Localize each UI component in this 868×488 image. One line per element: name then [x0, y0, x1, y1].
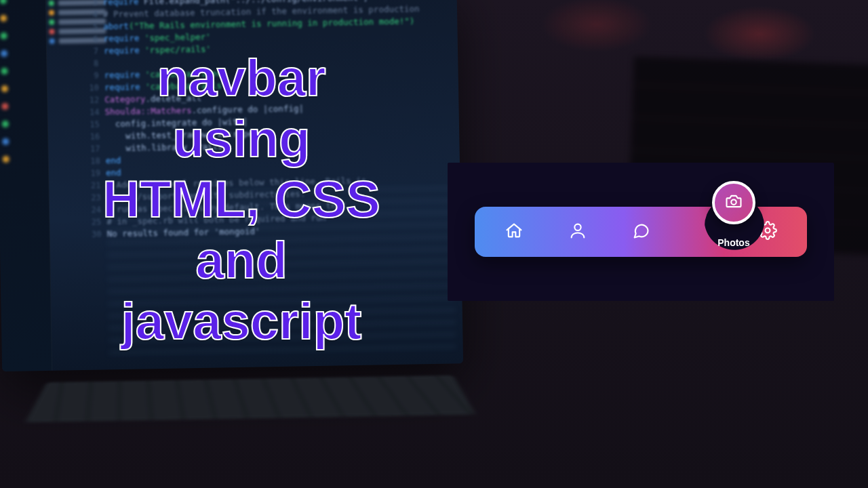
dot-green [0, 0, 7, 4]
dot-blue [1, 50, 7, 57]
home-icon [505, 221, 524, 243]
editor-sidebar [0, 0, 52, 371]
nav-item-home[interactable] [494, 221, 534, 243]
dot-green [2, 121, 9, 127]
nav-item-profile[interactable] [557, 221, 598, 243]
nav-item-photos-label: Photos [717, 237, 749, 248]
dot-green [0, 33, 7, 39]
dot-blue [2, 138, 9, 145]
headline-line-3: HTML, CSS [52, 169, 431, 230]
dot-orange [0, 15, 7, 22]
chat-icon [631, 221, 650, 243]
svg-point-0 [574, 224, 580, 230]
headline-text: navbar using HTML, CSS and javascript [52, 47, 431, 351]
headline-line-1: navbar [52, 47, 431, 108]
headline-line-4: and [52, 230, 431, 291]
user-icon [568, 221, 587, 243]
svg-point-2 [731, 199, 736, 204]
dot-orange [1, 85, 8, 92]
laptop-keyboard [25, 375, 475, 422]
dot-orange [3, 156, 9, 163]
nav-item-photos[interactable] [712, 181, 755, 224]
dot-green [1, 68, 7, 75]
navbar: Photos [475, 207, 807, 257]
headline-line-5: javascript [52, 291, 431, 352]
headline-line-2: using [52, 108, 431, 169]
navbar-demo-card: Photos [448, 163, 834, 301]
dot-red [1, 103, 8, 110]
nav-item-photos-label-slot: Photos [705, 237, 762, 249]
svg-point-1 [766, 228, 770, 233]
sidebar-dots [0, 0, 9, 163]
nav-item-chat[interactable] [620, 221, 661, 243]
camera-icon [724, 192, 743, 214]
